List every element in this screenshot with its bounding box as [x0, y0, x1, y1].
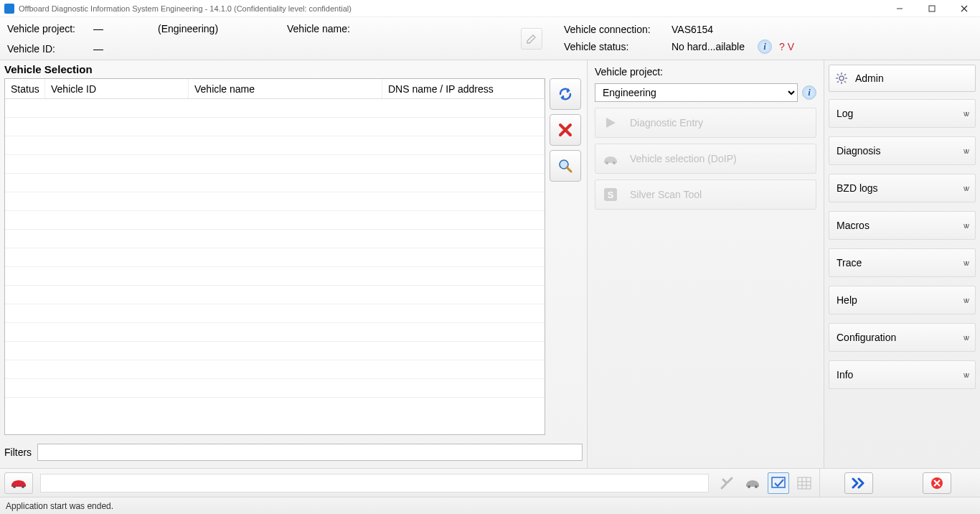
forward-button[interactable] — [844, 472, 873, 494]
sidebar-item-trace[interactable]: Tracevv — [829, 248, 976, 277]
vehicle-status-value: No hard...ailable — [672, 41, 750, 52]
bottom-toolbar — [0, 468, 980, 497]
svg-line-18 — [837, 81, 839, 83]
window-minimize-button[interactable] — [883, 0, 915, 17]
sidebar-item-macros[interactable]: Macrosvv — [829, 211, 976, 240]
table-row[interactable] — [5, 304, 545, 323]
sidebar-item-configuration[interactable]: Configurationvv — [829, 323, 976, 352]
tool-customize-icon[interactable] — [716, 472, 738, 494]
chevron-down-icon: vv — [963, 296, 968, 304]
app-icon — [4, 4, 14, 14]
col-status[interactable]: Status — [5, 79, 45, 98]
svg-point-20 — [22, 485, 24, 488]
window-close-button[interactable] — [948, 0, 980, 17]
vehicle-connection-label: Vehicle connection: — [564, 24, 664, 35]
window-maximize-button[interactable] — [915, 0, 948, 17]
chevron-down-icon: vv — [963, 259, 968, 267]
cancel-icon — [930, 476, 944, 490]
svg-text:S: S — [608, 190, 614, 200]
vehicle-table[interactable]: Status Vehicle ID Vehicle name DNS name … — [4, 78, 545, 435]
project-select[interactable]: Engineering — [595, 83, 798, 102]
table-row[interactable] — [5, 267, 545, 286]
filters-label: Filters — [4, 447, 32, 458]
diagnostic-entry-label: Diagnostic Entry — [630, 117, 703, 128]
silver-scan-button[interactable]: S Silver Scan Tool — [595, 179, 816, 210]
svg-point-7 — [613, 162, 616, 164]
refresh-icon — [557, 85, 574, 103]
table-row[interactable] — [5, 230, 545, 248]
sidebar-item-diagnosis[interactable]: Diagnosisvv — [829, 136, 976, 165]
edit-header-button[interactable] — [521, 28, 542, 50]
table-row[interactable] — [5, 118, 545, 136]
table-row[interactable] — [5, 99, 545, 118]
table-row[interactable] — [5, 360, 545, 379]
table-row[interactable] — [5, 155, 545, 174]
sidebar-item-log[interactable]: Logvv — [829, 99, 976, 128]
car-gray-icon[interactable] — [742, 472, 763, 494]
svg-rect-1 — [929, 6, 935, 11]
vehicle-id-value: — — [93, 43, 158, 55]
vehicle-selection-heading: Vehicle Selection — [4, 63, 583, 75]
bottom-input[interactable] — [40, 474, 709, 492]
delete-button[interactable] — [550, 114, 581, 146]
col-dns-ip[interactable]: DNS name / IP address — [382, 79, 545, 98]
col-vehicle-id[interactable]: Vehicle ID — [45, 79, 189, 98]
chevron-down-icon: vv — [963, 222, 968, 230]
svg-line-5 — [567, 167, 571, 172]
vehicle-header: Vehicle project: — (Engineering) Vehicle… — [0, 17, 980, 60]
table-row[interactable] — [5, 379, 545, 398]
vehicle-selection-doip-button[interactable]: Vehicle selection (DoIP) — [595, 144, 816, 174]
admin-button[interactable]: Admin — [829, 65, 976, 92]
project-info-icon[interactable]: i — [802, 85, 816, 100]
silver-scan-label: Silver Scan Tool — [630, 189, 702, 200]
vehicle-name-label: Vehicle name: — [287, 23, 350, 34]
status-code: ? V — [779, 41, 794, 52]
table-row[interactable] — [5, 323, 545, 342]
pencil-icon — [526, 33, 537, 45]
status-info-icon[interactable]: i — [758, 39, 772, 54]
chevron-down-icon: vv — [963, 147, 968, 155]
admin-label: Admin — [855, 73, 884, 84]
table-row[interactable] — [5, 174, 545, 192]
svg-line-16 — [844, 81, 846, 83]
vehicle-project-label: Vehicle project: — [7, 23, 93, 34]
svg-point-6 — [606, 162, 608, 164]
vehicle-table-body — [5, 99, 545, 434]
double-chevron-right-icon — [851, 477, 867, 489]
vehicle-icon-button[interactable] — [4, 472, 33, 494]
magnifier-icon — [557, 158, 573, 174]
col-vehicle-name[interactable]: Vehicle name — [189, 79, 382, 98]
vehicle-project-name: (Engineering) — [158, 23, 287, 34]
vehicle-selection-doip-label: Vehicle selection (DoIP) — [630, 153, 737, 164]
sidebar-item-help[interactable]: Helpvv — [829, 286, 976, 314]
status-message: Application start was ended. — [6, 501, 113, 511]
window-titlebar: Offboard Diagnostic Information System E… — [0, 0, 980, 17]
diagnostic-entry-button[interactable]: Diagnostic Entry — [595, 108, 816, 138]
view-selected-icon[interactable] — [768, 472, 789, 494]
table-row[interactable] — [5, 211, 545, 230]
table-row[interactable] — [5, 192, 545, 211]
car-icon — [601, 149, 620, 168]
filters-input[interactable] — [37, 444, 583, 461]
play-icon — [601, 113, 620, 132]
svg-line-15 — [837, 74, 839, 75]
refresh-button[interactable] — [550, 78, 581, 110]
cancel-button[interactable] — [923, 472, 951, 494]
red-car-icon — [9, 477, 28, 489]
table-row[interactable] — [5, 286, 545, 304]
table-row[interactable] — [5, 342, 545, 360]
svg-point-21 — [748, 485, 750, 488]
vehicle-id-label: Vehicle ID: — [7, 43, 93, 55]
vehicle-status-label: Vehicle status: — [564, 41, 664, 52]
project-label: Vehicle project: — [595, 66, 816, 78]
sidebar-item-bzd-logs[interactable]: BZD logsvv — [829, 174, 976, 202]
project-action-panel: Vehicle project: Engineering i Diagnosti… — [587, 60, 824, 468]
search-button[interactable] — [550, 150, 581, 182]
status-bar: Application start was ended. — [0, 497, 980, 514]
chevron-down-icon: vv — [963, 334, 968, 342]
table-row[interactable] — [5, 136, 545, 155]
svg-point-22 — [755, 485, 758, 488]
sidebar-item-info[interactable]: Infovv — [829, 360, 976, 389]
table-row[interactable] — [5, 248, 545, 267]
grid-view-icon[interactable] — [793, 472, 815, 494]
